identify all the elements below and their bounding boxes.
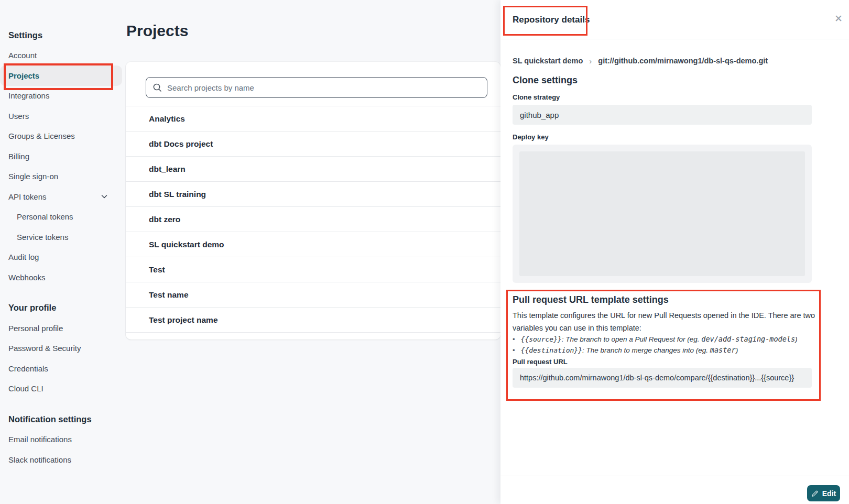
sidebar-item-personal-tokens[interactable]: Personal tokens <box>0 207 126 227</box>
sidebar-heading-notification-settings: Notification settings <box>0 409 126 430</box>
edit-button[interactable]: Edit <box>807 485 840 501</box>
clone-strategy-label: Clone strategy <box>513 93 560 101</box>
page-title: Projects <box>126 22 188 40</box>
project-row[interactable]: Test name <box>126 282 500 308</box>
pr-template-heading: Pull request URL template settings <box>513 294 669 305</box>
sidebar-item-personal-profile[interactable]: Personal profile <box>0 318 126 338</box>
sidebar-item-cloud-cli[interactable]: Cloud CLI <box>0 379 126 399</box>
project-row[interactable]: dbt Docs project <box>126 132 500 157</box>
project-row[interactable]: SL quickstart demo <box>126 232 500 257</box>
pencil-icon <box>811 489 819 497</box>
sidebar-item-service-tokens[interactable]: Service tokens <box>0 227 126 247</box>
sidebar-item-slack-notifications[interactable]: Slack notifications <box>0 450 126 470</box>
project-search[interactable] <box>146 77 487 98</box>
sidebar-section-your-profile: Your profile Personal profile Password &… <box>0 298 126 399</box>
sidebar-item-credentials[interactable]: Credentials <box>0 358 126 379</box>
panel-title: Repository details <box>513 15 590 25</box>
project-row[interactable]: dbt SL training <box>126 182 500 207</box>
project-row[interactable]: Test <box>126 257 500 282</box>
sidebar-item-password-security[interactable]: Password & Security <box>0 338 126 359</box>
edit-button-label: Edit <box>822 489 836 498</box>
bullet-icon: • <box>513 345 515 356</box>
sidebar-heading-your-profile: Your profile <box>0 298 126 319</box>
pr-variable-destination: •{{destination}}: The branch to merge ch… <box>513 345 798 356</box>
sidebar-item-single-sign-on[interactable]: Single sign-on <box>0 167 126 187</box>
sidebar-section-notification-settings: Notification settings Email notification… <box>0 409 126 470</box>
sidebar-item-projects[interactable]: Projects <box>0 65 122 86</box>
sidebar-item-api-tokens[interactable]: API tokens <box>0 187 126 207</box>
project-list: Analytics dbt Docs project dbt_learn dbt… <box>126 106 500 333</box>
clone-settings-heading: Clone settings <box>513 75 578 86</box>
projects-card: Analytics dbt Docs project dbt_learn dbt… <box>126 62 500 339</box>
panel-header: Repository details ✕ <box>500 0 849 39</box>
close-icon[interactable]: ✕ <box>832 13 845 25</box>
breadcrumb-separator-icon: › <box>589 57 592 65</box>
sidebar-section-settings: Settings Account Projects Integrations U… <box>0 25 126 288</box>
sidebar-item-audit-log[interactable]: Audit log <box>0 247 126 268</box>
project-row[interactable]: Test project name <box>126 308 500 333</box>
sidebar-item-webhooks[interactable]: Webhooks <box>0 267 126 288</box>
deploy-key-label: Deploy key <box>513 133 549 141</box>
search-input[interactable] <box>167 83 481 92</box>
project-row[interactable]: dbt zero <box>126 207 500 232</box>
project-row[interactable]: Analytics <box>126 106 500 132</box>
bullet-icon: • <box>513 334 515 345</box>
deploy-key-value-redacted <box>519 151 805 276</box>
sidebar-item-groups-licenses[interactable]: Groups & Licenses <box>0 126 126 147</box>
sidebar-item-account[interactable]: Account <box>0 46 126 66</box>
pull-request-url-label: Pull request URL <box>513 358 568 366</box>
chevron-down-icon <box>101 193 108 200</box>
sidebar-item-users[interactable]: Users <box>0 106 126 126</box>
breadcrumb-repo-url: git://github.com/mirnawong1/db-sl-qs-dem… <box>598 57 768 65</box>
pr-variable-source: •{{source}}: The branch to open a Pull R… <box>513 334 798 345</box>
pr-template-description: This template configures the URL for new… <box>513 309 826 334</box>
sidebar-item-email-notifications[interactable]: Email notifications <box>0 430 126 450</box>
clone-strategy-value: github_app <box>513 105 812 125</box>
settings-sidebar: Settings Account Projects Integrations U… <box>0 25 126 470</box>
repository-details-panel: Repository details ✕ SL quickstart demo … <box>500 0 849 504</box>
project-row[interactable]: dbt_learn <box>126 157 500 182</box>
sidebar-item-integrations[interactable]: Integrations <box>0 86 126 106</box>
sidebar-item-billing[interactable]: Billing <box>0 146 126 167</box>
breadcrumb: SL quickstart demo › git://github.com/mi… <box>513 56 768 66</box>
search-icon <box>153 83 162 92</box>
breadcrumb-project: SL quickstart demo <box>513 57 583 65</box>
deploy-key-field <box>513 145 812 283</box>
panel-footer: Edit <box>500 476 849 504</box>
pull-request-url-value: https://github.com/mirnawong1/db-sl-qs-d… <box>513 368 812 388</box>
sidebar-heading-settings: Settings <box>0 25 126 46</box>
pr-template-variables: •{{source}}: The branch to open a Pull R… <box>513 334 798 356</box>
